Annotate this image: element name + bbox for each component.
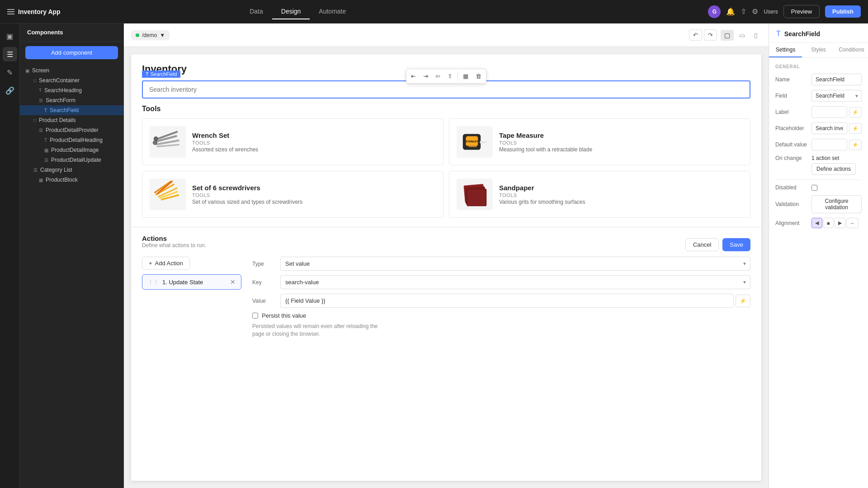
cancel-button[interactable]: Cancel [685, 238, 719, 251]
persist-checkbox[interactable] [252, 313, 258, 319]
default-value-label: Default value [775, 141, 811, 148]
canvas-toolbar: /demo ▼ ↶ ↷ ▢ ▭ ▯ [124, 23, 769, 47]
align-stretch-button[interactable]: ↔ [846, 218, 859, 228]
notification-icon[interactable]: 🔔 [726, 7, 735, 16]
sidebar-item-search-container[interactable]: □ SearchContainer [20, 75, 123, 85]
align-center-button[interactable]: ⇥ [420, 70, 431, 82]
placeholder-lightning-button[interactable]: ⚡ [849, 123, 862, 134]
mobile-view-button[interactable]: ▯ [750, 30, 761, 41]
preview-button[interactable]: Preview [783, 5, 820, 18]
align-justify-button[interactable]: ⇧ [444, 70, 456, 82]
validation-label: Validation [775, 201, 811, 207]
topbar-right: G 🔔 ⇧ ⚙ Users Preview Publish [708, 5, 861, 18]
svg-point-5 [153, 141, 157, 145]
container-icon-2: □ [33, 118, 36, 123]
define-actions-button[interactable]: Define actions [811, 163, 856, 175]
default-value-row: Default value ⚡ [775, 139, 862, 150]
placeholder-input[interactable] [811, 122, 847, 134]
sidebar-item-product-detail-provider[interactable]: ☰ ProductDetailProvider [20, 125, 123, 135]
disabled-checkbox[interactable] [811, 185, 817, 191]
tab-styles[interactable]: Styles [802, 43, 835, 57]
settings-icon[interactable]: ⚙ [752, 7, 758, 16]
sidebar-item-category-list[interactable]: ☰ Category List [20, 165, 123, 175]
configure-validation-button[interactable]: Configure validation [811, 195, 862, 213]
default-value-input[interactable] [811, 139, 847, 150]
list-icon-4: ☰ [33, 168, 38, 173]
align-left-button[interactable]: ⇤ [408, 70, 419, 82]
save-button[interactable]: Save [722, 238, 750, 251]
align-center-button-right[interactable]: ■ [823, 218, 834, 228]
hamburger-icon[interactable] [7, 9, 14, 14]
publish-button[interactable]: Publish [825, 5, 861, 18]
alignment-label: Alignment [775, 220, 811, 226]
sidebar-item-search-heading[interactable]: T SearchHeading [20, 85, 123, 95]
actions-right: Type Set value ▼ Key [252, 257, 750, 338]
label-lightning-button[interactable]: ⚡ [849, 107, 862, 117]
type-row: Type Set value ▼ [252, 257, 750, 271]
tape-category: TOOLS [499, 140, 743, 145]
add-action-button[interactable]: + Add Action [142, 257, 190, 270]
icon-layers[interactable]: ☰ [3, 47, 17, 61]
env-badge[interactable]: /demo ▼ [131, 30, 170, 40]
svg-point-4 [154, 137, 158, 141]
search-heading-label: SearchHeading [44, 87, 82, 94]
tab-conditions[interactable]: Conditions [835, 43, 868, 57]
field-select[interactable]: SearchField [811, 90, 862, 102]
copy-button[interactable]: ▦ [460, 70, 472, 82]
tab-settings[interactable]: Settings [769, 43, 802, 57]
icon-home[interactable]: ▣ [3, 29, 17, 43]
value-lightning-button[interactable]: ⚡ [736, 295, 750, 307]
icon-link[interactable]: 🔗 [3, 83, 17, 98]
sidebar-item-product-detail-update[interactable]: ☰ ProductDetailUpdate [20, 155, 123, 165]
nav-design[interactable]: Design [272, 4, 310, 19]
value-input[interactable] [280, 294, 734, 308]
nav-data[interactable]: Data [241, 4, 272, 19]
sidebar-item-search-field[interactable]: T SearchField [20, 105, 123, 115]
product-card-wrench: Wrench Set TOOLS Assorted sizes of wrenc… [142, 118, 443, 165]
sidebar-item-product-block[interactable]: ▦ ProductBlock [20, 175, 123, 185]
plus-icon: + [149, 260, 152, 267]
label-field-row: Label ⚡ [775, 106, 862, 118]
name-input[interactable] [811, 74, 862, 85]
share-icon[interactable]: ⇧ [741, 7, 746, 16]
key-row: Key search-value ▼ [252, 275, 750, 289]
tablet-view-button[interactable]: ▭ [736, 30, 749, 41]
nav-automate[interactable]: Automate [310, 4, 355, 19]
sidebar-item-product-details[interactable]: □ Product Details [20, 115, 123, 125]
sidebar-item-product-detail-image[interactable]: ▩ ProductDetailImage [20, 145, 123, 155]
redo-button[interactable]: ↷ [704, 29, 717, 41]
align-right-button[interactable]: ⇦ [432, 70, 443, 82]
svg-text:STANLEY: STANLEY [466, 140, 478, 143]
action-item[interactable]: ⋮⋮ 1. Update State ✕ [142, 274, 241, 290]
align-right-button-right[interactable]: ▶ [835, 218, 845, 228]
actions-left: + Add Action ⋮⋮ 1. Update State ✕ [142, 257, 241, 338]
key-select[interactable]: search-value [280, 275, 750, 289]
delete-button[interactable]: 🗑 [472, 70, 485, 82]
label-input[interactable] [811, 106, 847, 118]
icon-bar: ▣ ☰ ✎ 🔗 [0, 23, 20, 488]
key-label: Key [252, 279, 275, 286]
add-component-button[interactable]: Add component [25, 46, 118, 59]
icon-pen[interactable]: ✎ [3, 65, 17, 80]
screen-icon: ▣ [25, 68, 29, 73]
sidebar-item-product-detail-heading[interactable]: T ProductDetailHeading [20, 135, 123, 145]
align-left-button[interactable]: ◀ [811, 218, 822, 228]
text-icon: T [39, 88, 42, 93]
product-image-sandpaper [457, 178, 493, 210]
tape-desc: Measuring tool with a retractable blade [499, 146, 743, 153]
label-control: ⚡ [811, 106, 862, 118]
divider-1 [775, 179, 862, 180]
right-panel-title: SearchField [784, 30, 820, 38]
sidebar-item-search-form[interactable]: ☰ SearchForm [20, 95, 123, 105]
container-icon: □ [33, 78, 36, 83]
action-close-button[interactable]: ✕ [230, 278, 236, 286]
placeholder-field-row: Placeholder ⚡ [775, 122, 862, 134]
desktop-view-button[interactable]: ▢ [721, 30, 734, 41]
default-lightning-button[interactable]: ⚡ [849, 140, 862, 150]
product-image-wrench [150, 126, 186, 158]
undo-button[interactable]: ↶ [689, 29, 702, 41]
badge-label: SearchField [151, 71, 177, 77]
type-select[interactable]: Set value [280, 257, 750, 271]
sidebar-item-screen[interactable]: ▣ Screen [20, 66, 123, 75]
persist-label: Persist this value [262, 312, 306, 319]
